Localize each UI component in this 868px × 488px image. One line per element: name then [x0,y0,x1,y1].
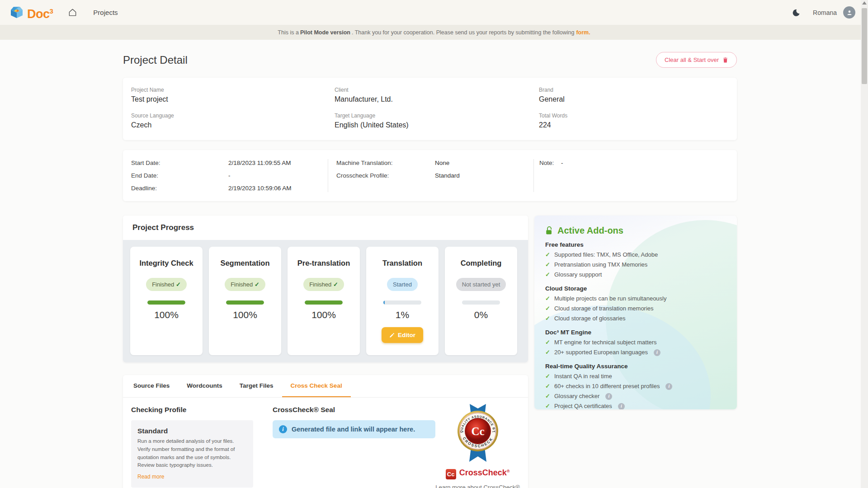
profile-name: Standard [137,427,247,435]
info-icon[interactable]: i [665,383,672,390]
info-icon[interactable]: i [605,393,612,400]
project-info-card: Project Name Test project Client Manufac… [123,78,737,140]
end-date-row: End Date: - [131,172,328,179]
info-icon[interactable]: i [618,403,625,410]
crosscheck-quality-seal-badge: QUALITY ASSURANCE BY CROSSCHECK ★ ★ Cc [451,403,505,464]
tab-source-files[interactable]: Source Files [125,375,178,397]
stage-card-segmentation: Segmentation Finished ✓ 100% [209,247,281,355]
logo-wordmark: Doc3 [27,4,53,22]
info-icon: i [279,425,287,433]
badge-star-left: ★ [462,430,464,433]
field-brand: Brand General [539,87,729,103]
home-icon[interactable] [68,8,77,17]
field-target-language: Target Language English (United States) [335,113,539,129]
progress-percent: 100% [311,310,336,320]
banner-form-link[interactable]: form. [576,29,590,36]
progress-percent: 0% [474,310,488,320]
check-icon: ✓ [545,250,550,260]
clear-all-label: Clear all & Start over [665,56,719,63]
machine-translation-row: Machine Translation: None [336,159,533,167]
addon-item: ✓Instant QA in real time [545,371,726,381]
start-date-row: Start Date: 2/18/2023 11:09:55 AM [131,159,328,167]
check-icon: ✓ [545,260,550,270]
crosscheck-logo[interactable]: Cc CrossCheck® [446,468,510,479]
addon-item: ✓Glossary suppport [545,270,726,280]
stage-card-translation: Translation Started 1% Editor [366,247,439,355]
tab-cross-check-seal[interactable]: Cross Check Seal [282,375,351,397]
status-badge: Finished ✓ [225,278,265,291]
banner-text-middle: . Thank you for your cooperation. Please… [352,29,574,36]
check-icon: ✓ [545,391,550,401]
status-badge: Finished ✓ [146,278,187,291]
field-project-name: Project Name Test project [131,87,335,103]
addon-item: ✓Cloud storage of translation memories [545,304,726,314]
profile-description: Run a more detailed analysis of your fil… [137,437,247,469]
tab-target-files[interactable]: Target Files [231,375,282,397]
check-icon: ✓ [545,371,550,381]
check-icon: ✓ [545,401,550,409]
status-badge: Not started yet [456,278,506,291]
note-row: Note: - [539,159,729,167]
svg-text:Cc: Cc [471,425,484,437]
scroll-up-arrow[interactable] [862,1,867,5]
addon-item: ✓MT engine for technical subject matters [545,338,726,347]
badge-star-right: ★ [491,430,494,433]
addons-heading-qa: Real-time Quality Assurance [545,363,726,370]
check-icon: ✓ [545,314,550,324]
check-icon: ✓ [545,347,550,357]
progress-bar [147,300,185,305]
crosscheck-seal-title: CrossCheck® Seal [273,406,435,414]
user-avatar[interactable] [843,6,855,19]
dark-mode-toggle-icon[interactable] [792,9,800,17]
addon-item: ✓Glossary checkeri [545,391,726,401]
active-addons-panel: Active Add-ons Free features ✓Supported … [534,216,737,409]
doc3-logo[interactable]: Doc3 [9,4,53,22]
check-icon: ✓ [545,294,550,304]
unlock-icon [545,226,553,235]
progress-percent: 100% [233,310,257,320]
addon-item: ✓Supported files: TMX, MS Office, Adobe [545,250,726,260]
vertical-scrollbar[interactable] [861,0,868,488]
addon-item: ✓Cloud storage of glossaries [545,314,726,324]
stage-card-pre-translation: Pre-translation Finished ✓ 100% [288,247,360,355]
crosscheck-profile-row: Crosscheck Profile: Standard [336,172,533,179]
user-name: Romana [813,9,837,16]
crosscheck-logo-icon: Cc [446,469,456,479]
pencil-icon [389,333,395,338]
files-tabs-card: Source Files Wordcounts Target Files Cro… [123,375,528,488]
info-icon[interactable]: i [654,349,660,356]
addons-heading-cloud: Cloud Storage [545,285,726,292]
nav-projects[interactable]: Projects [93,9,118,16]
dates-card: Start Date: 2/18/2023 11:09:55 AM End Da… [123,150,737,201]
progress-percent: 100% [154,310,179,320]
check-icon: ✓ [545,338,550,347]
checking-profile-title: Checking Profile [131,406,257,414]
seal-info-message: Generated file and link will appear here… [292,426,415,433]
clear-all-start-over-button[interactable]: Clear all & Start over [656,52,737,68]
addons-heading-mt-engine: Doc³ MT Engine [545,329,726,336]
status-badge: Finished ✓ [303,278,344,291]
banner-text-prefix: This is a [278,29,299,36]
check-icon: ✓ [255,281,259,288]
check-icon: ✓ [176,281,181,288]
main-nav: Projects [68,8,118,17]
editor-button[interactable]: Editor [382,327,423,343]
tab-wordcounts[interactable]: Wordcounts [178,375,231,397]
addon-item: ✓20+ supported European languagesi [545,347,726,357]
seal-info-box: i Generated file and link will appear he… [273,420,435,438]
trash-icon [722,57,728,63]
addon-item: ✓60+ checks in 10 different preset profi… [545,381,726,391]
progress-bar [226,300,264,305]
top-bar: Doc3 Projects Romana [0,0,868,25]
read-more-link[interactable]: Read more [137,474,164,480]
check-icon: ✓ [545,381,550,391]
scrollbar-thumb[interactable] [862,8,867,84]
addon-item: ✓Multiple projects can be run simultaneo… [545,294,726,304]
field-source-language: Source Language Czech [131,113,335,129]
cube-logo-icon [9,4,24,19]
banner-text-bold: Pilot Mode version [300,29,350,36]
addon-item: ✓Project QA certificatesi [545,401,726,409]
field-client: Client Manufacturer, Ltd. [335,87,539,103]
learn-more-crosscheck-link[interactable]: Learn more about CrossCheck® [435,484,520,488]
editor-button-label: Editor [398,332,415,338]
